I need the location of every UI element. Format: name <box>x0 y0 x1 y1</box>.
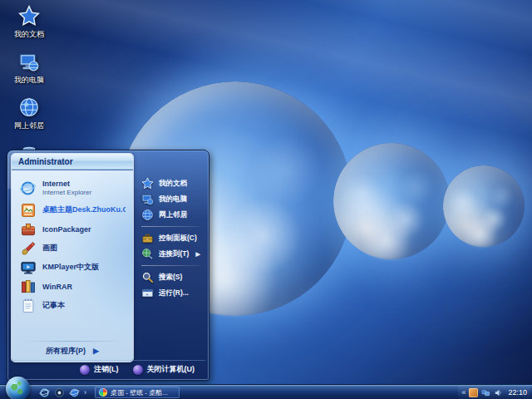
menu-item-my-computer[interactable]: 我的电脑 <box>139 191 203 207</box>
menu-item-iconpackager[interactable]: IconPackager <box>16 219 129 239</box>
desktop: 我的文档 我的电脑 网上邻居 回收站 Administrator <box>0 0 532 399</box>
media-player-icon[interactable] <box>54 387 65 398</box>
desktop-icon-my-computer[interactable]: 我的电脑 <box>2 50 57 86</box>
separator <box>21 341 124 342</box>
taskbar: › 桌面 - 壁纸 - 桌酷... « 22:10 <box>0 384 532 399</box>
zhuoku-theme-icon <box>19 201 37 219</box>
menu-item-winrar[interactable]: WinRAR <box>16 277 129 296</box>
star-icon <box>141 177 154 190</box>
start-menu: Administrator Internet Internet Explorer <box>7 150 209 381</box>
menu-item-title: 画图 <box>42 243 57 254</box>
menu-item-title: IconPackager <box>42 225 91 234</box>
tray-app-icon[interactable] <box>469 388 478 397</box>
menu-item-label: 网上邻居 <box>159 210 187 220</box>
shut-down-icon <box>133 365 143 375</box>
taskbar-task-button[interactable]: 桌面 - 壁纸 - 桌酷... <box>95 387 180 398</box>
shut-down-label: 关闭计算机(U) <box>147 364 195 375</box>
menu-item-label: 我的文档 <box>159 179 187 189</box>
menu-item-search[interactable]: 搜索(S) <box>139 269 203 285</box>
menu-item-title: 记事本 <box>42 300 65 311</box>
taskbar-clock[interactable]: 22:10 <box>508 388 527 397</box>
menu-item-connect-to[interactable]: 连接到(T) ▶ <box>139 246 203 262</box>
start-button[interactable] <box>6 377 30 399</box>
menu-item-notepad[interactable]: 记事本 <box>16 296 129 315</box>
start-menu-pinned-list: Internet Internet Explorer 桌酷主题Desk.Zhuo… <box>12 170 133 362</box>
tray-network-icon[interactable] <box>481 388 490 397</box>
log-off-button[interactable]: 注销(L) <box>80 364 119 375</box>
system-tray: « 22:10 <box>458 385 530 399</box>
tray-collapse-icon[interactable]: « <box>461 389 466 397</box>
connect-to-icon <box>141 248 154 260</box>
control-panel-icon <box>141 232 154 244</box>
menu-item-label: 连接到(T) <box>159 249 189 259</box>
start-menu-footer: 注销(L) 关闭计算机(U) <box>11 360 205 378</box>
menu-item-paint[interactable]: 画图 <box>16 239 129 258</box>
network-globe-icon <box>17 96 41 119</box>
shut-down-button[interactable]: 关闭计算机(U) <box>133 364 195 375</box>
computer-icon <box>141 193 154 205</box>
all-programs-label: 所有程序(P) <box>46 346 86 357</box>
desktop-icon-label: 网上邻居 <box>14 121 44 131</box>
wallpaper-app-icon <box>99 388 107 397</box>
star-icon <box>17 4 41 27</box>
menu-item-kmplayer[interactable]: KMPlayer中文版 <box>16 258 129 277</box>
all-programs-button[interactable]: 所有程序(P) ▶ <box>16 343 129 358</box>
notepad-icon <box>19 297 37 314</box>
menu-item-label: 搜索(S) <box>159 273 182 283</box>
run-icon <box>141 287 154 299</box>
iconpackager-icon <box>19 220 37 238</box>
task-button-label: 桌面 - 壁纸 - 桌酷... <box>111 388 168 397</box>
tray-volume-icon[interactable] <box>494 388 503 397</box>
desktop-icon-my-documents[interactable]: 我的文档 <box>2 4 57 40</box>
submenu-arrow-icon: ▶ <box>196 251 200 258</box>
paint-icon <box>19 239 37 257</box>
menu-item-subtitle: Internet Explorer <box>42 189 91 196</box>
desktop-icon-label: 我的文档 <box>14 29 44 40</box>
start-menu-right-panel: 我的文档 我的电脑 网上邻居 控制面板(C) <box>137 169 204 357</box>
log-off-label: 注销(L) <box>94 364 119 375</box>
menu-item-label: 我的电脑 <box>159 195 187 204</box>
search-icon <box>141 271 154 283</box>
chevron-right-icon: ▶ <box>93 347 99 355</box>
menu-item-title: KMPlayer中文版 <box>42 262 99 273</box>
quick-launch-bar: › <box>39 387 86 398</box>
browser-icon[interactable] <box>69 387 80 398</box>
spacer <box>16 315 129 339</box>
winrar-icon <box>19 278 37 295</box>
menu-item-internet-explorer[interactable]: Internet Internet Explorer <box>16 175 129 200</box>
desktop-icon-network-places[interactable]: 网上邻居 <box>2 96 57 131</box>
menu-item-run[interactable]: 运行(R)... <box>139 285 203 301</box>
start-menu-user-name: Administrator <box>12 154 133 170</box>
desktop-icon-label: 我的电脑 <box>14 75 44 86</box>
start-menu-left-panel: Administrator Internet Internet Explorer <box>11 153 134 362</box>
separator <box>141 265 200 266</box>
separator <box>141 226 200 227</box>
menu-item-title: Internet <box>42 180 91 188</box>
menu-item-zhuoku-theme[interactable]: 桌酷主题Desk.ZhuoKu.Com <box>16 200 129 219</box>
menu-item-control-panel[interactable]: 控制面板(C) <box>139 230 203 246</box>
kmplayer-icon <box>19 259 37 276</box>
planet-medium <box>333 143 450 259</box>
network-globe-icon <box>141 209 154 221</box>
computer-icon <box>17 50 41 73</box>
log-off-icon <box>80 365 90 375</box>
menu-item-network-places[interactable]: 网上邻居 <box>139 207 203 223</box>
internet-explorer-icon <box>19 180 37 197</box>
menu-item-title: 桌酷主题Desk.ZhuoKu.Com <box>42 204 126 215</box>
quick-launch-expand-icon[interactable]: › <box>84 389 86 397</box>
menu-item-label: 运行(R)... <box>159 288 189 298</box>
internet-explorer-icon[interactable] <box>39 387 50 398</box>
menu-item-label: 控制面板(C) <box>159 234 197 244</box>
menu-item-my-documents[interactable]: 我的文档 <box>139 175 203 191</box>
menu-item-title: WinRAR <box>42 283 72 291</box>
planet-small <box>443 165 525 247</box>
